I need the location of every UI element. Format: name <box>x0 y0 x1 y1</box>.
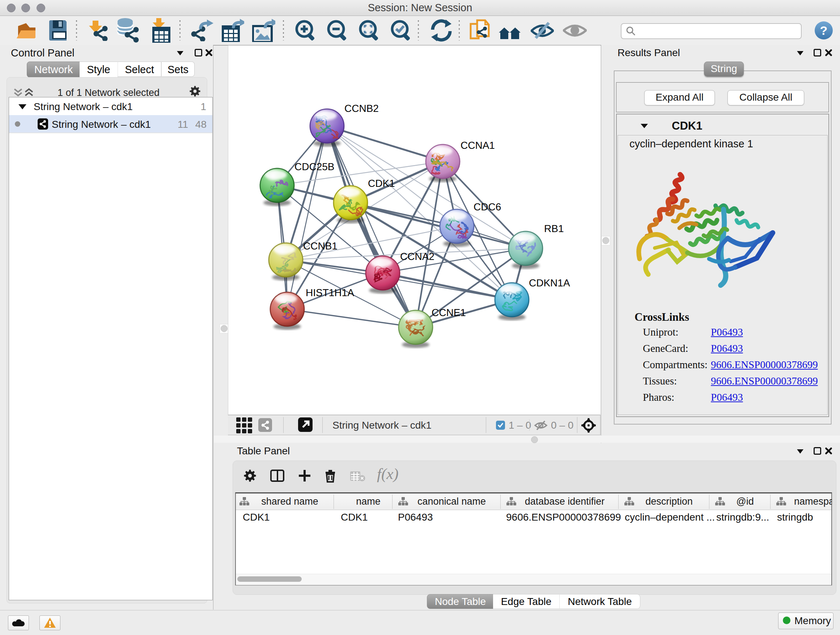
svg-text:CDK1: CDK1 <box>368 178 395 189</box>
svg-text:CCNB2: CCNB2 <box>344 103 379 114</box>
svg-text:CDC6: CDC6 <box>474 201 501 212</box>
svg-text:CCNE1: CCNE1 <box>431 307 466 318</box>
svg-text:CCNB1: CCNB1 <box>303 241 338 252</box>
svg-text:RB1: RB1 <box>544 223 564 234</box>
svg-text:HIST1H1A: HIST1H1A <box>306 287 354 298</box>
svg-text:CCNA2: CCNA2 <box>400 251 434 262</box>
svg-text:CDC25B: CDC25B <box>294 161 334 172</box>
svg-text:CCNA1: CCNA1 <box>461 140 495 151</box>
svg-text:CDKN1A: CDKN1A <box>529 277 570 288</box>
